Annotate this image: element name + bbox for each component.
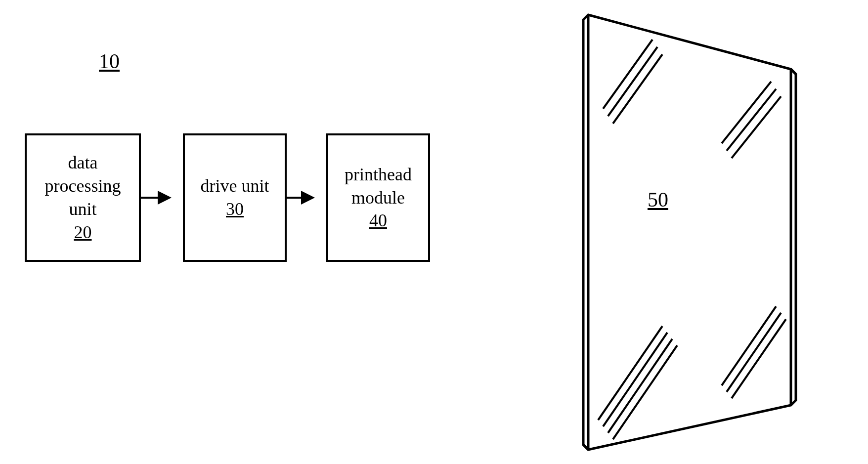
- svg-line-11: [603, 333, 667, 426]
- block-text-line: unit: [69, 198, 96, 221]
- svg-line-13: [613, 345, 677, 439]
- block-text-line: module: [351, 186, 405, 210]
- svg-line-15: [727, 313, 781, 392]
- svg-line-4: [603, 40, 652, 109]
- block-text-line: data: [68, 151, 98, 174]
- block-text-line: processing: [45, 174, 121, 198]
- block-reference-number: 30: [226, 198, 244, 221]
- printhead-module-block: printhead module 40: [326, 133, 430, 262]
- svg-line-7: [722, 82, 771, 143]
- svg-line-6: [613, 54, 662, 124]
- system-reference-label: 10: [99, 49, 120, 73]
- block-reference-number: 40: [369, 209, 387, 232]
- block-text-line: printhead: [345, 163, 412, 186]
- svg-line-5: [608, 47, 657, 116]
- panel-reference-label: 50: [648, 188, 668, 211]
- arrow-connector: [287, 197, 313, 199]
- substrate-panel-illustration: [539, 10, 816, 455]
- block-text-line: drive unit: [201, 174, 269, 198]
- svg-line-9: [732, 96, 781, 158]
- block-reference-number: 20: [74, 221, 92, 244]
- drive-unit-block: drive unit 30: [183, 133, 287, 262]
- svg-line-8: [727, 89, 776, 151]
- arrow-connector: [141, 197, 170, 199]
- svg-line-10: [598, 326, 662, 420]
- svg-line-12: [608, 339, 672, 433]
- data-processing-unit-block: data processing unit 20: [25, 133, 141, 262]
